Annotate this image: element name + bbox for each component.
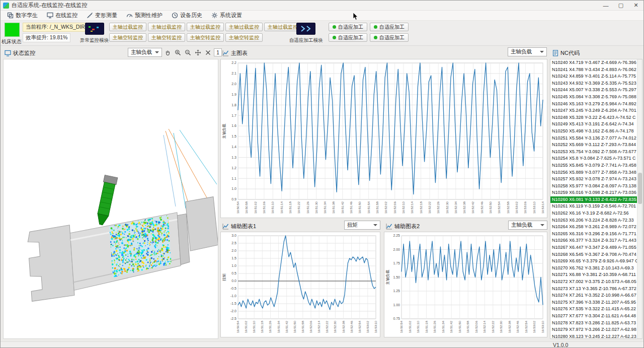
- nc-code-line[interactable]: N10264 X6.258 Y-3.261 Z-8.989 A-72.072: [550, 224, 637, 231]
- nc-code-line[interactable]: N10249 X5.413 Y-3.191 Z-6.642 A-74.34: [550, 121, 637, 128]
- nc-code-line[interactable]: N10243 X4.932 Y-3.369 Z-5.335 A-75.523: [550, 80, 637, 87]
- adaptive-machining-button[interactable]: 自适应加工: [370, 23, 409, 31]
- spindle-idle-monitor-button[interactable]: 主轴空转监控: [187, 33, 224, 42]
- svg-text:16:52:22: 16:52:22: [428, 201, 431, 214]
- nc-scrollbar[interactable]: [637, 59, 642, 338]
- adaptive-machining-button[interactable]: 自适应加工: [329, 33, 367, 42]
- nc-code-line[interactable]: N10271 X6.88 Y-3.381 Z-10.359 A-68.711: [550, 271, 637, 279]
- nc-code-line[interactable]: N10276 X7.535 Y-3.322 Z-11.415 A-65.22: [550, 306, 637, 313]
- main-chart: 16:50:5416:50:5816:51:0216:51:0616:51:10…: [220, 59, 547, 218]
- aux1-metric-select[interactable]: 扭矩: [344, 221, 380, 230]
- button-label: 自适应加工: [379, 24, 405, 31]
- close-button[interactable]: ✕: [628, 1, 643, 10]
- zoom-level-value[interactable]: 1: [214, 48, 222, 56]
- nc-code-line[interactable]: N10251 X5.584 Y-3.136 Z-7.077 A-74.012: [550, 135, 637, 142]
- svg-text:0.0: 0.0: [231, 279, 236, 283]
- menu-item-5[interactable]: 设备历史: [167, 11, 207, 20]
- nc-code-line[interactable]: N10257 X5.932 Y-3.078 Z-7.974 A-73.243: [550, 176, 637, 183]
- aux2-metric-select[interactable]: 主轴负载: [508, 221, 547, 230]
- close-view-icon[interactable]: [204, 48, 212, 57]
- nc-code-line[interactable]: N10246 X5.163 Y-3.279 Z-5.984 A-74.892: [550, 101, 637, 108]
- svg-text:16:51:50: 16:51:50: [458, 320, 461, 333]
- menu-item-4[interactable]: 预测性维护: [122, 11, 167, 20]
- svg-text:-1.0: -1.0: [230, 294, 236, 298]
- nc-code-line[interactable]: N10263 X6.206 Y-3.224 Z-8.828 A-72.33: [550, 217, 637, 224]
- nc-code-line[interactable]: N10256 X5.889 Y-3.077 Z-7.858 A-73.348: [550, 169, 637, 176]
- nc-code-line[interactable]: N10245 X5.084 Y-3.308 Z-5.769 A-75.088: [550, 94, 637, 101]
- menu-item-3[interactable]: 变形测量: [82, 11, 122, 20]
- nc-code-lines: N10240 X4.719 Y-3.467 Z-4.669 A-76.396N1…: [550, 59, 637, 339]
- svg-text:16:51:18: 16:51:18: [260, 320, 264, 333]
- status-metric-select[interactable]: 主轴负载: [128, 48, 162, 57]
- spindle-idle-monitor-button[interactable]: 主轴空转监控: [225, 33, 263, 42]
- 3d-viewport[interactable]: [3, 59, 218, 339]
- pan-hand-icon[interactable]: [164, 48, 172, 57]
- efficiency-label: 效率提升: 19.81%: [23, 33, 70, 42]
- nc-code-line[interactable]: N10247 X5.245 Y-3.249 Z-6.204 A-74.701: [550, 107, 637, 114]
- adaptive-machining-button[interactable]: 自适应加工: [370, 33, 409, 42]
- nc-code-line[interactable]: N10277 X7.677 Y-3.304 Z-11.621 A-64.48: [550, 313, 637, 320]
- menu-item-1[interactable]: 数字孪生: [3, 11, 42, 20]
- menu-item-label: 变形测量: [95, 12, 117, 19]
- nc-code-line[interactable]: N10261 X6.119 Y-3.159 Z-8.546 A-72.701: [550, 203, 637, 210]
- spindle-idle-monitor-button[interactable]: 主轴空转监控: [148, 33, 185, 42]
- nc-code-line[interactable]: N10267 X6.447 Y-3.347 Z-9.489 A-71.055: [550, 244, 637, 251]
- nc-code-line[interactable]: N10250 X5.498 Y-3.162 Z-6.86 A-74.178: [550, 128, 637, 135]
- nc-code-line[interactable]: N10266 X6.377 Y-3.324 Z-9.317 A-71.443: [550, 237, 637, 244]
- nc-code-line[interactable]: N10262 X6.16 Y-3.19 Z-8.682 A-72.56: [550, 210, 637, 217]
- nc-code-line[interactable]: N10258 X5.977 Y-3.084 Z-8.097 A-73.138: [550, 183, 637, 190]
- nc-code-line[interactable]: N10259 X6.016 Y-3.098 Z-8.217 A-73.036: [550, 189, 637, 196]
- nc-code-line[interactable]: N10272 X7.002 Y-3.375 Z-10.573 A-68.05: [550, 279, 637, 286]
- nc-code-line[interactable]: N10275 X7.396 Y-3.338 Z-11.207 A-65.95: [550, 299, 637, 306]
- nc-code-line[interactable]: N10279 X7.972 Y-3.266 Z-12.027 A-62.98: [550, 326, 637, 333]
- nc-code-line[interactable]: N10273 X7.13 Y-3.365 Z-10.786 A-67.372: [550, 286, 637, 293]
- abnormal-monitor-module-icon: [85, 23, 104, 35]
- spindle-overload-monitor-button[interactable]: 主轴过载监控: [109, 23, 146, 31]
- svg-text:16:51:02: 16:51:02: [254, 201, 257, 214]
- nc-code-line[interactable]: N10269 X6.65 Y-3.379 Z-9.926 A-69.947 C: [550, 258, 637, 265]
- nc-code-line[interactable]: N10254 X5.8 Y-3.084 Z-7.625 A-73.571 C: [550, 155, 637, 162]
- nc-code-line[interactable]: N10255 X5.845 Y-3.079 Z-7.741 A-73.458: [550, 162, 637, 169]
- maximize-button[interactable]: ▢: [613, 1, 628, 10]
- nc-code-line[interactable]: N10265 X6.316 Y-3.296 Z-9.156 A-71.771: [550, 231, 637, 238]
- menu-item-6[interactable]: 系统设置: [207, 11, 247, 20]
- svg-text:1.00: 1.00: [393, 303, 400, 307]
- spindle-idle-monitor-button[interactable]: 主轴空转监控: [109, 33, 146, 42]
- nc-code-line[interactable]: N10240 X4.719 Y-3.467 Z-4.669 A-76.396: [550, 59, 637, 66]
- nc-code-line[interactable]: N10253 X5.754 Y-3.092 Z-7.508 A-73.677: [550, 149, 637, 156]
- spindle-overload-monitor-button[interactable]: 主轴过载监控: [187, 23, 224, 31]
- monitor-icon: [47, 12, 53, 19]
- idle-button-row: 主轴空转监控主轴空转监控主轴空转监控主轴空转监控: [109, 33, 301, 42]
- spindle-overload-monitor-button[interactable]: 主轴过载监控: [148, 23, 185, 31]
- menu-item-2[interactable]: 在线监控: [42, 11, 82, 20]
- adaptive-machining-button[interactable]: 自适应加工: [329, 23, 367, 31]
- svg-text:16:52:30: 16:52:30: [499, 320, 503, 333]
- nc-code-line-active[interactable]: N10260 X6.081 Y-3.133 Z-8.422 A-72.835: [550, 196, 637, 203]
- svg-text:16:51:02: 16:51:02: [408, 320, 412, 333]
- zoom-in-icon[interactable]: [174, 48, 182, 57]
- nc-code-line[interactable]: N10242 X4.859 Y-3.401 Z-5.114 A-75.775: [550, 73, 637, 80]
- minimize-button[interactable]: —: [598, 1, 613, 10]
- main-chart-metric-select[interactable]: 主轴负载: [508, 47, 547, 56]
- zoom-out-icon[interactable]: [184, 48, 192, 57]
- chevron-down-icon: [540, 51, 544, 53]
- nc-code-line[interactable]: N10268 X6.545 Y-3.367 Z-9.708 A-70.474: [550, 251, 637, 258]
- button-label: 主轴过载监控: [113, 24, 143, 31]
- spindle-overload-monitor-button[interactable]: 主轴过载监控: [225, 23, 263, 31]
- nc-code-line[interactable]: N10280 X8.123 Y-3.245 Z-12.227 A-62.23: [550, 333, 637, 339]
- nc-code-line[interactable]: N10244 X5.007 Y-3.338 Z-5.553 A-75.297: [550, 87, 637, 94]
- fit-view-icon[interactable]: [194, 48, 202, 57]
- nc-code-line[interactable]: N10241 X4.788 Y-3.434 Z-4.893 A-76.062: [550, 66, 637, 74]
- svg-text:16:53:10: 16:53:10: [532, 201, 536, 214]
- line-chart-icon: [222, 223, 229, 230]
- nc-code-line[interactable]: N10274 X7.261 Y-3.352 Z-10.998 A-66.67: [550, 292, 637, 299]
- nc-code-line[interactable]: N10278 X7.823 Y-3.286 Z-11.825 A-63.73: [550, 320, 637, 327]
- button-label: 主轴过载监控: [229, 24, 259, 31]
- nc-scrollbar-thumb[interactable]: [638, 173, 642, 204]
- nc-code-line[interactable]: N10248 X5.328 Y-3.22 Z-6.423 A-74.52 C: [550, 114, 637, 121]
- code-file-icon: [552, 50, 558, 56]
- cutting-tool: [95, 175, 118, 226]
- spindle-overload-monitor-button[interactable]: 主轴过载监控: [264, 23, 301, 31]
- nc-code-line[interactable]: N10270 X6.762 Y-3.381 Z-10.143 A-69.3: [550, 265, 637, 272]
- nc-code-line[interactable]: N10252 X5.669 Y-3.112 Z-7.293 A-73.844: [550, 142, 637, 149]
